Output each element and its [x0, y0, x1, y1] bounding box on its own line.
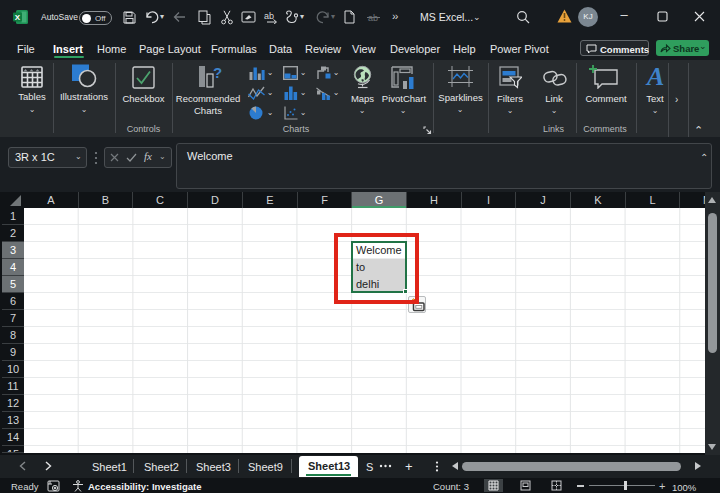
svg-text:X: X — [15, 13, 21, 22]
svg-text:?: ? — [213, 65, 222, 81]
svg-text:A: A — [645, 64, 664, 88]
svg-text:ab: ab — [264, 11, 274, 21]
